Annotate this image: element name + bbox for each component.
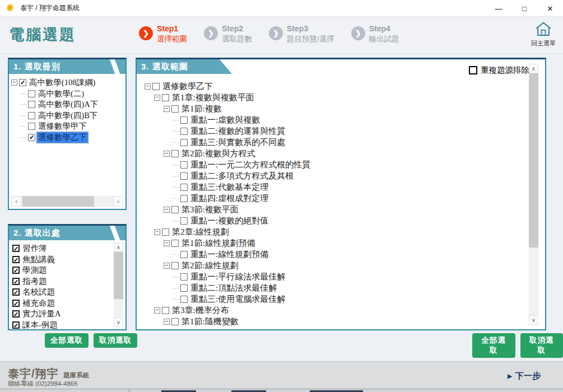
step-1[interactable]: ❯ Step1 選擇範圍 — [139, 24, 187, 44]
minimize-button[interactable]: — — [486, 0, 511, 17]
tree-label[interactable]: 高中數學(四)A下 — [37, 99, 99, 110]
source-checkbox[interactable]: ✓ — [12, 300, 20, 307]
tree-label[interactable]: 第2章:線性規劃 — [171, 227, 230, 237]
scroll-left-icon[interactable]: ‹ — [11, 196, 21, 207]
tree-checkbox[interactable] — [180, 184, 188, 191]
source-checkbox[interactable]: ✓ — [12, 321, 20, 329]
step-3[interactable]: ❯ Step3 題目預覽/選擇 — [269, 24, 334, 44]
source-label[interactable]: 課本-例題 — [21, 320, 59, 330]
tree-label[interactable]: 重點一:平行線法求最佳解 — [189, 272, 286, 282]
expand-toggle-icon[interactable]: − — [164, 263, 170, 269]
tree-checkbox[interactable] — [152, 83, 160, 90]
tree-label[interactable]: 重點三:與實數系的不同處 — [189, 137, 286, 148]
source-checkbox[interactable]: ✓ — [12, 288, 20, 296]
tree-label[interactable]: 第1節:線性規劃預備 — [180, 238, 257, 249]
tree-checkbox[interactable] — [28, 90, 35, 97]
tree-checkbox[interactable] — [171, 240, 179, 247]
tree-checkbox[interactable] — [180, 116, 188, 124]
tree-label[interactable]: 第3章:機率分布 — [171, 305, 230, 316]
tree-label[interactable]: 高中數學(108課綱) — [28, 77, 96, 88]
expand-toggle-icon[interactable]: − — [164, 207, 170, 213]
scroll-down-icon[interactable]: ∨ — [529, 315, 538, 325]
tree-checkbox[interactable] — [162, 228, 169, 236]
tree-checkbox[interactable] — [171, 262, 179, 269]
tree-label[interactable]: 重點一:虛數與複數 — [189, 115, 261, 125]
vertical-scrollbar[interactable]: ∧ ∨ — [529, 64, 538, 325]
tree-label[interactable]: 重點一:複數的絕對值 — [189, 216, 269, 226]
step-2[interactable]: ❯ Step2 選取題數 — [204, 24, 252, 44]
scrollbar-thumb[interactable] — [114, 252, 123, 299]
scrollbar-thumb[interactable] — [529, 73, 538, 248]
tree-checkbox[interactable] — [162, 307, 169, 314]
tree-checkbox[interactable] — [180, 273, 188, 281]
tree-label[interactable]: 第1章:複數與複數平面 — [171, 92, 255, 103]
tree-label[interactable]: 高中數學(四)B下 — [37, 110, 99, 121]
expand-toggle-icon[interactable]: − — [11, 80, 17, 86]
vertical-scrollbar[interactable]: ∧ ∨ — [114, 242, 123, 327]
tree-label[interactable]: 第2節:複數與方程式 — [180, 148, 257, 159]
source-checkbox[interactable]: ✓ — [12, 267, 20, 274]
tree-checkbox[interactable] — [180, 139, 188, 146]
source-label[interactable]: 實力評量A — [21, 309, 62, 319]
dedupe-checkbox[interactable] — [469, 66, 477, 74]
scroll-right-icon[interactable]: › — [113, 196, 123, 207]
home-button[interactable]: 回主選單 — [528, 21, 559, 48]
expand-toggle-icon[interactable]: − — [164, 151, 170, 157]
dedupe-option[interactable]: 重複題源排除 — [469, 65, 529, 76]
expand-toggle-icon[interactable]: − — [154, 95, 160, 101]
tree-label[interactable]: 重點一:線性規劃預備 — [189, 249, 269, 260]
tree-label[interactable]: 第1節:隨機變數 — [180, 316, 240, 327]
tree-checkbox[interactable] — [28, 112, 35, 119]
tree-label[interactable]: 第2節:線性規劃 — [180, 260, 240, 271]
scroll-up-icon[interactable]: ∧ — [114, 242, 123, 252]
source-label[interactable]: 學測題 — [21, 265, 48, 276]
tree-checkbox[interactable] — [180, 195, 188, 202]
tree-label[interactable]: 選修數學乙下 — [37, 132, 88, 143]
select-all-button[interactable]: 全部選取 — [45, 333, 89, 348]
tree-checkbox[interactable] — [171, 105, 179, 113]
deselect-all-button[interactable]: 取消選取 — [520, 333, 563, 358]
source-label[interactable]: 補充命題 — [21, 298, 56, 309]
tree-label[interactable]: 重點一:一元二次方程式根的性質 — [189, 160, 311, 170]
source-label[interactable]: 焦點講義 — [21, 254, 56, 265]
scroll-down-icon[interactable]: ∨ — [114, 318, 123, 327]
tree-label[interactable]: 重點三:使用電腦求最佳解 — [189, 294, 286, 305]
expand-toggle-icon[interactable]: − — [154, 307, 160, 314]
tree-label[interactable]: 重點二:複數的運算與性質 — [189, 126, 286, 137]
source-checkbox[interactable]: ✓ — [12, 278, 20, 285]
expand-toggle-icon[interactable]: − — [145, 83, 151, 90]
tree-label[interactable]: 選修數學乙下 — [161, 81, 214, 92]
source-label[interactable]: 名校試題 — [21, 287, 56, 297]
expand-toggle-icon[interactable]: − — [154, 229, 160, 235]
select-all-button[interactable]: 全部選取 — [472, 333, 515, 358]
tree-label[interactable]: 重點二:多項式方程式及其根 — [189, 171, 295, 181]
scroll-up-icon[interactable]: ∧ — [529, 64, 538, 73]
tree-label[interactable]: 重點四:虛根成對定理 — [189, 193, 269, 204]
tree-checkbox[interactable] — [171, 318, 179, 325]
tree-label[interactable]: 第1節:複數 — [180, 104, 223, 114]
source-label[interactable]: 指考題 — [21, 276, 48, 287]
tree-checkbox[interactable] — [28, 123, 35, 130]
expand-toggle-icon[interactable]: − — [164, 319, 170, 325]
horizontal-scrollbar[interactable]: ‹ › — [11, 196, 123, 207]
tree-label[interactable]: 高中數學(二) — [37, 88, 85, 99]
source-label[interactable]: 習作簿 — [21, 243, 48, 254]
tree-checkbox[interactable] — [162, 94, 169, 101]
next-step-button[interactable]: ▶ 下一步 — [508, 371, 541, 381]
tree-checkbox[interactable]: ✓ — [19, 79, 26, 86]
tree-checkbox[interactable] — [180, 251, 188, 258]
tree-checkbox[interactable]: ✓ — [28, 134, 35, 141]
tree-checkbox[interactable] — [28, 101, 35, 108]
tree-checkbox[interactable] — [180, 161, 188, 169]
source-checkbox[interactable]: ✓ — [12, 256, 20, 263]
maximize-button[interactable]: □ — [511, 0, 537, 17]
tree-checkbox[interactable] — [180, 284, 188, 292]
tree-checkbox[interactable] — [180, 217, 188, 225]
tree-label[interactable]: 第3節:複數平面 — [180, 204, 240, 215]
tree-checkbox[interactable] — [171, 206, 179, 213]
source-checkbox[interactable]: ✓ — [12, 245, 20, 252]
tree-checkbox[interactable] — [180, 296, 188, 303]
close-button[interactable]: ✕ — [537, 0, 563, 17]
deselect-all-button[interactable]: 取消選取 — [94, 333, 137, 348]
step-4[interactable]: ❯ Step4 輸出試題 — [351, 24, 399, 44]
